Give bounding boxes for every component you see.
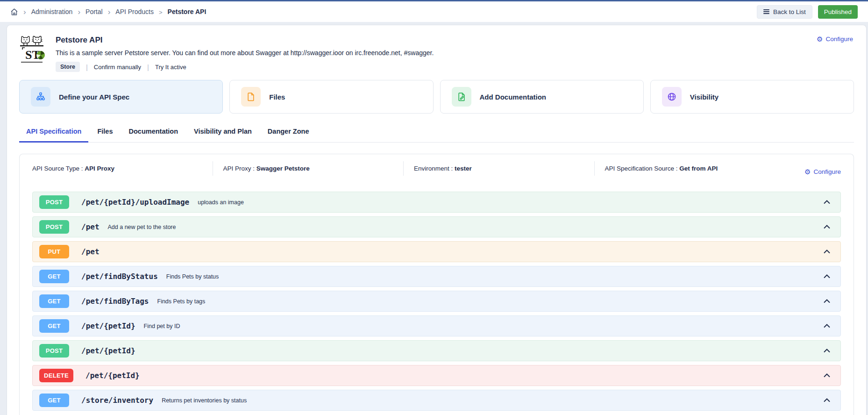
method-badge: POST [39, 220, 69, 234]
chevron-up-icon[interactable] [824, 225, 830, 229]
endpoint-path: /pet/findByStatus [81, 272, 158, 281]
chevron-up-icon[interactable] [824, 299, 830, 303]
chevron-up-icon[interactable] [824, 324, 830, 328]
tab-files[interactable]: Files [90, 125, 120, 143]
globe-icon [662, 87, 682, 107]
api-spec-panel: API Source Type : API Proxy API Proxy : … [19, 154, 854, 415]
confirm-mode-label: Confirm manually [94, 64, 141, 71]
chevron-up-icon[interactable] [824, 250, 830, 254]
configure-label: Configure [813, 168, 841, 175]
product-header: ⚙ Configure [7, 25, 866, 72]
configure-label: Configure [825, 36, 853, 43]
info-value: Get from API [679, 165, 718, 172]
endpoint-path: /pet/findByTags [81, 297, 149, 306]
endpoint-path: /pet [81, 222, 100, 231]
chevron-up-icon[interactable] [824, 274, 830, 279]
divider: | [86, 63, 88, 71]
chevron-up-icon[interactable] [824, 349, 830, 353]
endpoint-row[interactable]: GET /pet/findByTags Finds Pets by tags [32, 291, 841, 312]
breadcrumb: Administration Portal API Products Petst… [10, 8, 206, 16]
endpoint-path: /pet [81, 247, 100, 256]
breadcrumb-administration[interactable]: Administration [31, 8, 73, 15]
endpoint-row[interactable]: POST /pet/{petId}/uploadImage uploads an… [32, 192, 841, 213]
endpoint-row[interactable]: DELETE /pet/{petId} [32, 365, 841, 386]
endpoint-row[interactable]: POST /pet/{petId} [32, 340, 841, 361]
method-badge: GET [39, 294, 69, 308]
list-icon [763, 9, 769, 14]
endpoint-row[interactable]: POST /pet Add a new pet to the store [32, 216, 841, 237]
chevron-up-icon[interactable] [824, 398, 830, 402]
info-value: tester [455, 165, 472, 172]
endpoint-summary: Returns pet inventories by status [162, 397, 247, 404]
info-spec-source: API Specification Source : Get from API [595, 161, 785, 176]
gear-icon: ⚙ [804, 168, 811, 175]
card-label: Visibility [690, 93, 719, 101]
endpoint-path: /pet/{petId}/uploadImage [81, 198, 189, 207]
endpoint-row[interactable]: GET /pet/findByStatus Finds Pets by stat… [32, 266, 841, 287]
card-files[interactable]: Files [229, 80, 433, 114]
petstore-logo: ST [19, 35, 46, 64]
try-it-label: Try It active [155, 64, 186, 71]
info-label: API Proxy : [223, 165, 255, 172]
endpoint-list: POST /pet/{petId}/uploadImage uploads an… [20, 182, 854, 415]
tab-api-specification[interactable]: API Specification [19, 125, 88, 143]
configure-link-spec[interactable]: ⚙ Configure [785, 168, 841, 175]
method-badge: GET [39, 270, 69, 283]
info-value: Swagger Petstore [256, 165, 310, 172]
info-label: API Specification Source : [605, 165, 678, 172]
method-badge: GET [39, 394, 69, 407]
chevron-up-icon[interactable] [824, 200, 830, 204]
header-actions: Back to List Published [757, 5, 858, 19]
tab-visibility-and-plan[interactable]: Visibility and Plan [187, 125, 259, 143]
back-to-list-label: Back to List [773, 8, 806, 15]
back-to-list-button[interactable]: Back to List [757, 5, 812, 19]
method-badge: POST [39, 195, 69, 209]
info-api-proxy: API Proxy : Swagger Petstore [213, 161, 404, 176]
method-badge: GET [39, 319, 69, 333]
tab-bar: API Specification Files Documentation Vi… [19, 125, 854, 143]
chevron-separator-icon [158, 8, 163, 16]
store-badge: Store [56, 62, 80, 72]
tab-documentation[interactable]: Documentation [122, 125, 185, 143]
endpoint-row[interactable]: GET /store/inventory Returns pet invento… [32, 390, 841, 411]
info-environment: Environment : tester [404, 161, 595, 176]
endpoint-summary: Add a new pet to the store [108, 224, 176, 230]
published-button[interactable]: Published [818, 5, 858, 19]
chevron-up-icon[interactable] [824, 373, 830, 378]
configure-link-top[interactable]: ⚙ Configure [817, 36, 853, 43]
breadcrumb-current: Petstore API [168, 8, 206, 15]
card-label: Add Documentation [480, 93, 547, 101]
tab-danger-zone[interactable]: Danger Zone [261, 125, 316, 143]
sitemap-icon [31, 87, 50, 107]
endpoint-summary: Finds Pets by tags [157, 298, 206, 305]
file-icon [241, 87, 261, 107]
info-label: API Source Type : [32, 165, 83, 172]
method-badge: POST [39, 344, 69, 358]
method-badge: PUT [39, 245, 69, 258]
product-badges: Store | Confirm manually | Try It active [56, 62, 434, 72]
endpoint-row[interactable]: PUT /pet [32, 241, 841, 262]
endpoint-path: /pet/{petId} [81, 346, 135, 355]
card-visibility[interactable]: Visibility [650, 80, 854, 114]
document-edit-icon [452, 87, 471, 107]
card-define-api-spec[interactable]: Define your API Spec [19, 80, 223, 114]
step-cards: Define your API Spec Files Add Documenta… [19, 80, 854, 114]
card-label: Files [269, 93, 285, 101]
chevron-separator-icon [107, 8, 111, 16]
breadcrumb-portal[interactable]: Portal [85, 8, 103, 15]
info-value: API Proxy [85, 165, 114, 172]
endpoint-summary: Find pet by ID [144, 323, 180, 329]
page-title: Petstore API [56, 34, 434, 45]
divider: | [147, 63, 149, 71]
spec-info-row: API Source Type : API Proxy API Proxy : … [20, 154, 854, 182]
breadcrumb-api-products[interactable]: API Products [115, 8, 154, 15]
chevron-separator-icon [77, 8, 81, 16]
home-icon[interactable] [10, 8, 18, 16]
info-api-source-type: API Source Type : API Proxy [20, 161, 213, 176]
chevron-separator-icon [23, 8, 27, 16]
endpoint-summary: Finds Pets by status [166, 273, 219, 280]
method-badge: DELETE [39, 369, 73, 382]
endpoint-summary: uploads an image [198, 199, 244, 206]
card-add-documentation[interactable]: Add Documentation [440, 80, 644, 114]
endpoint-row[interactable]: GET /pet/{petId} Find pet by ID [32, 315, 841, 336]
